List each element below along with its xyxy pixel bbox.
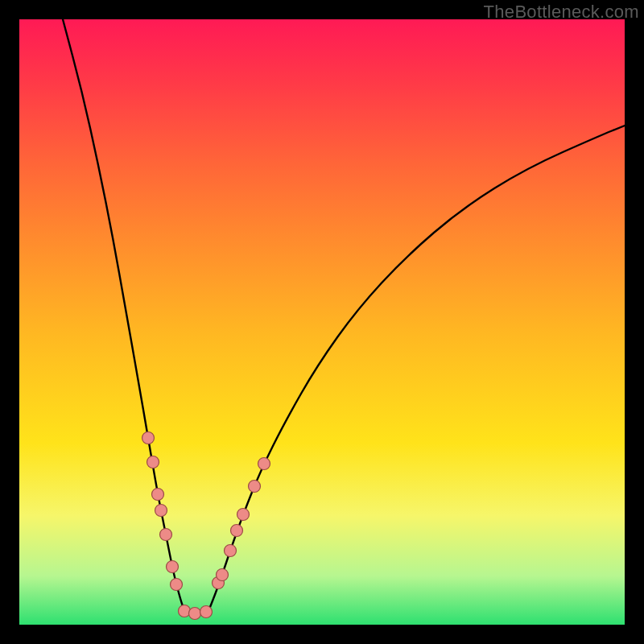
marker-dot (147, 456, 159, 469)
marker-dot (189, 608, 201, 620)
marker-dot (152, 489, 164, 501)
marker-dot (217, 569, 229, 581)
marker-group (142, 432, 270, 620)
marker-dot (155, 505, 167, 517)
marker-dot (225, 545, 237, 557)
curve-overlay (19, 19, 625, 625)
marker-dot (167, 561, 179, 573)
marker-dot (200, 606, 213, 618)
right-arm-curve (208, 126, 625, 611)
marker-dot (171, 579, 183, 591)
left-arm-curve (63, 19, 184, 611)
marker-dot (237, 509, 250, 521)
watermark-label: TheBottleneck.com (484, 2, 639, 23)
marker-dot (249, 481, 261, 493)
marker-dot (258, 458, 270, 470)
marker-dot (142, 432, 155, 444)
marker-dot (231, 525, 243, 537)
marker-dot (160, 529, 172, 541)
